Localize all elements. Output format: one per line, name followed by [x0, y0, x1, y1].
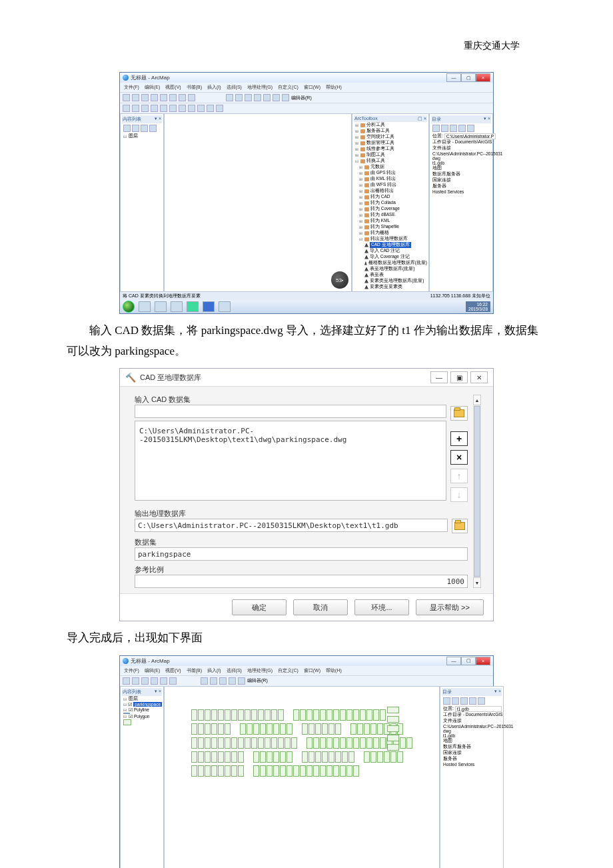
atbx-tool[interactable]: 栅格数据至地理数据库(批量): [368, 260, 427, 266]
cat-item[interactable]: 工作目录 - Documents\ArcGIS: [443, 712, 502, 718]
toolbar-icon[interactable]: [188, 94, 195, 101]
toolbar-icon[interactable]: [188, 105, 195, 112]
atbx-item[interactable]: 数据管理工具: [366, 140, 394, 146]
menu-select[interactable]: 选择(S): [227, 667, 242, 674]
toolbar-icon[interactable]: [201, 677, 208, 685]
cat-item[interactable]: dwg: [443, 729, 451, 733]
input-cad-list[interactable]: C:\Users\Administrator.PC--20150315LKM\D…: [135, 421, 446, 501]
cat-item[interactable]: dwg: [432, 156, 440, 161]
cat-btn[interactable]: [432, 125, 440, 132]
menu-window[interactable]: 窗口(W): [304, 84, 320, 91]
atbx-item[interactable]: 转为 Collada: [370, 200, 396, 206]
atbx-item[interactable]: 转为 dBASE: [370, 212, 395, 218]
atbx-item[interactable]: 转出至地理数据库: [370, 236, 408, 242]
toolbar-icon[interactable]: [238, 677, 245, 685]
cat-btn[interactable]: [469, 697, 476, 705]
toolbar-icon[interactable]: [273, 94, 280, 101]
cat-btn[interactable]: [443, 697, 450, 705]
browse-button[interactable]: [450, 406, 468, 421]
taskbar-app[interactable]: [155, 301, 167, 312]
atbx-tool-selected[interactable]: CAD 至地理数据库: [370, 242, 411, 248]
toolbar-icon[interactable]: [229, 677, 236, 685]
menu-customize[interactable]: 自定义(C): [278, 667, 299, 674]
toolbar-icon[interactable]: [132, 94, 139, 101]
atbx-item[interactable]: 由 KML 转出: [370, 176, 396, 182]
toolbar-icon[interactable]: [169, 94, 177, 101]
atbx-item[interactable]: 转换工具: [366, 158, 385, 164]
minimize-button[interactable]: —: [446, 657, 461, 665]
cat-btn[interactable]: [467, 125, 474, 132]
atbx-item[interactable]: 由 WFS 转出: [370, 182, 396, 188]
move-down-button[interactable]: ↓: [450, 487, 468, 502]
taskbar-app[interactable]: [139, 301, 151, 312]
input-cad-dropdown[interactable]: [135, 405, 446, 418]
toolbar-icon[interactable]: [263, 94, 271, 101]
atbx-item[interactable]: 转为 KML: [370, 218, 390, 224]
atbx-item[interactable]: 分析工具: [366, 122, 385, 128]
menu-select[interactable]: 选择(S): [227, 84, 242, 91]
menu-customize[interactable]: 自定义(C): [278, 84, 299, 91]
toolbar-icon[interactable]: [160, 105, 167, 112]
toolbar-icon[interactable]: [235, 94, 243, 101]
editor-label[interactable]: 编辑器(R): [247, 677, 268, 684]
refscale-field[interactable]: [135, 575, 468, 588]
atbx-item[interactable]: 制图工具: [366, 152, 385, 158]
toolbar-icon[interactable]: [219, 677, 227, 685]
atbx-tool[interactable]: 要素类至地理数据库(批量): [370, 278, 424, 284]
toc-sublayer[interactable]: Polyline: [134, 707, 149, 712]
toolbar-icon[interactable]: [179, 105, 186, 112]
toolbar-icon[interactable]: [245, 94, 252, 101]
toc-layer[interactable]: parkingspace: [133, 702, 162, 707]
cat-item[interactable]: 数据库服务器: [432, 171, 460, 177]
toc-sublayer[interactable]: Polygon: [134, 714, 150, 719]
atbx-item[interactable]: 转为 CAD: [370, 194, 390, 200]
atbx-tool[interactable]: 表至表: [370, 272, 384, 278]
add-button[interactable]: +: [450, 431, 468, 446]
maximize-button[interactable]: ▢: [461, 657, 476, 665]
atbx-item[interactable]: 元数据: [370, 164, 384, 170]
toc-btn[interactable]: [123, 125, 131, 132]
dialog-scrollbar[interactable]: ▲ ▼: [473, 395, 481, 588]
toolbar-icon[interactable]: [207, 105, 214, 112]
menu-help[interactable]: 帮助(H): [326, 84, 342, 91]
menu-view[interactable]: 视图(V): [165, 667, 181, 674]
toc-root[interactable]: 图层: [129, 133, 138, 139]
taskbar-app[interactable]: [219, 301, 231, 312]
toolbar-icon[interactable]: [132, 677, 139, 685]
atbx-tool[interactable]: 导入 CAD 注记: [370, 248, 400, 254]
atbx-tool[interactable]: 导入 Coverage 注记: [370, 254, 410, 260]
editor-label[interactable]: 编辑器(R): [291, 95, 312, 101]
output-gdb-field[interactable]: [135, 519, 448, 532]
toolbar-icon[interactable]: [210, 677, 217, 685]
toolbar-icon[interactable]: [169, 105, 177, 112]
close-button[interactable]: ✕: [470, 371, 488, 383]
atbx-tool[interactable]: 表至地理数据库(批量): [370, 266, 414, 272]
toolbar-icon[interactable]: [141, 94, 149, 101]
scroll-down-icon[interactable]: ▼: [473, 577, 481, 588]
cat-item[interactable]: C:\Users\Administrator.PC--2015031: [443, 724, 514, 729]
taskbar-app[interactable]: [187, 301, 199, 312]
close-button[interactable]: ×: [476, 73, 490, 82]
toc-btn[interactable]: [149, 125, 157, 132]
cat-item[interactable]: 文件连接: [432, 145, 451, 151]
show-help-button[interactable]: 显示帮助 >>: [416, 599, 484, 615]
cat-item[interactable]: 数据库服务器: [443, 744, 471, 750]
cat-loc-value[interactable]: t1.gdb: [455, 706, 502, 712]
toc-btn[interactable]: [132, 125, 139, 132]
toolbar-icon[interactable]: [151, 105, 158, 112]
atbx-item[interactable]: 线性参考工具: [366, 146, 394, 152]
toc-btn[interactable]: [141, 125, 148, 132]
map-canvas[interactable]: [164, 686, 440, 868]
atbx-item[interactable]: 空间统计工具: [366, 134, 394, 140]
toolbar-icon[interactable]: [179, 94, 186, 101]
remove-button[interactable]: ×: [450, 450, 468, 465]
cat-item[interactable]: 国家连接: [443, 750, 462, 756]
cat-item[interactable]: Hosted Services: [443, 762, 474, 767]
toolbar-icon[interactable]: [160, 677, 167, 685]
environment-button[interactable]: 环境...: [354, 599, 409, 615]
minimize-button[interactable]: —: [446, 73, 461, 82]
browse-button[interactable]: [452, 519, 468, 533]
toolbar-icon[interactable]: [141, 105, 149, 112]
maximize-button[interactable]: ▣: [450, 371, 468, 383]
toolbar-icon[interactable]: [123, 105, 130, 112]
